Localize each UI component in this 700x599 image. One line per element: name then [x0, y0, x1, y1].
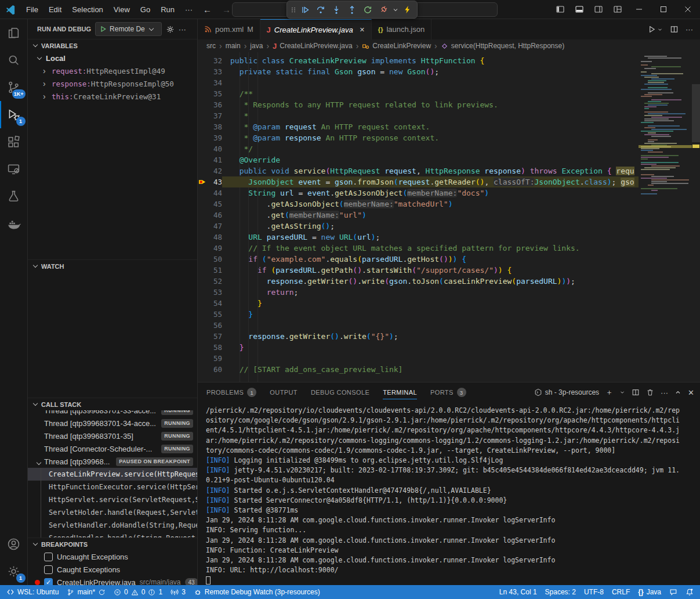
code-line[interactable]: 43 JsonObject event = gson.fromJson(requ…: [198, 176, 639, 187]
panel-tab-debug-console[interactable]: DEBUG CONSOLE: [311, 383, 369, 402]
restart-button[interactable]: [360, 2, 375, 17]
source-control-icon[interactable]: 1K+: [0, 74, 28, 101]
minimap[interactable]: [639, 52, 692, 382]
code-line[interactable]: 46 .get(memberName:"url"): [198, 210, 639, 221]
thread-row[interactable]: Thread [qtp399683701-33-acce...RUNNING: [28, 410, 197, 417]
terminal-dropdown-icon[interactable]: [619, 389, 625, 395]
tab-launch.json[interactable]: {}launch.json: [372, 19, 431, 39]
code-line[interactable]: 36 * Responds to any HTTP request relate…: [198, 99, 639, 110]
continue-button[interactable]: [298, 2, 313, 17]
debug-session-status[interactable]: Remote Debug Watch (3p-resources): [190, 585, 324, 599]
panel-more-actions[interactable]: ···: [661, 388, 668, 397]
remote-indicator[interactable]: WSL: Ubuntu: [2, 585, 63, 599]
code-line[interactable]: 51 if (parsedURL.getPath().startsWith("/…: [198, 265, 639, 276]
language-mode[interactable]: {}Java: [634, 585, 665, 599]
code-line[interactable]: 49 // If the event object URL matches a …: [198, 243, 639, 254]
code-line[interactable]: 40 */: [198, 143, 639, 154]
thread-row[interactable]: Thread [qtp39968...PAUSED ON BREAKPOINT: [28, 455, 197, 468]
code-line[interactable]: 45 .getAsJsonObject(memberName:"matchedU…: [198, 199, 639, 210]
scrollbar-slider[interactable]: [692, 84, 700, 142]
panel-tab-output[interactable]: OUTPUT: [270, 383, 298, 402]
terminal-output[interactable]: /pierrick/.m2/repository/io/cloudevents/…: [206, 406, 695, 585]
editor-scrollbar[interactable]: [692, 52, 700, 382]
code-line[interactable]: 42 public void service(HttpRequest reque…: [198, 165, 639, 176]
code-line[interactable]: 59: [198, 353, 639, 364]
code-line[interactable]: 48 URL parsedURL = new URL(url);: [198, 232, 639, 243]
code-line[interactable]: 60 // [START add_ons_case_preview_link]: [198, 364, 639, 375]
breadcrumb-item[interactable]: CreateLinkPreview.java: [280, 42, 352, 50]
split-terminal-icon[interactable]: [632, 388, 640, 396]
close-window-button[interactable]: [676, 0, 700, 19]
variables-header[interactable]: VARIABLES: [28, 39, 197, 52]
chevron-down-icon[interactable]: [391, 2, 399, 17]
code-line[interactable]: 54 }: [198, 298, 639, 309]
close-icon[interactable]: ✕: [360, 26, 365, 34]
breadcrumb-item[interactable]: service(HttpRequest, HttpResponse): [451, 42, 564, 50]
terminal-instance-select[interactable]: sh - 3p-resources: [534, 388, 599, 396]
extensions-icon[interactable]: [0, 128, 28, 156]
stack-frame[interactable]: HttpFunctionExecutor.service(HttpSer: [28, 481, 197, 493]
indentation[interactable]: Spaces: 2: [541, 585, 580, 599]
explorer-icon[interactable]: [0, 19, 28, 46]
breadcrumb-item[interactable]: src: [206, 42, 216, 50]
variable-row[interactable]: ›this: CreateLinkPreview@31: [28, 90, 197, 103]
code-line[interactable]: 44 String url = event.getAsJsonObject(me…: [198, 187, 639, 199]
docker-icon[interactable]: [0, 210, 28, 237]
nav-back-icon[interactable]: ←: [198, 5, 217, 15]
code-line[interactable]: 39 * @param response An HTTP response co…: [198, 132, 639, 143]
breakpoint-checkbox[interactable]: [44, 553, 53, 561]
disconnect-button[interactable]: [376, 2, 391, 17]
code-line[interactable]: 52 response.getWriter().write(gson.toJso…: [198, 276, 639, 287]
code-line[interactable]: 38 * @param request An HTTP request cont…: [198, 121, 639, 132]
breadcrumb-item[interactable]: CreateLinkPreview: [372, 42, 431, 50]
menu-item-more[interactable]: ···: [180, 0, 198, 19]
settings-gear-icon[interactable]: 1: [0, 558, 28, 585]
search-icon[interactable]: [0, 46, 28, 74]
breakpoint-checkbox[interactable]: [44, 565, 53, 574]
code-line[interactable]: 56: [198, 320, 639, 331]
menu-item-edit[interactable]: Edit: [43, 0, 67, 19]
hot-code-replace-button[interactable]: [400, 2, 415, 17]
scope-local[interactable]: Local: [28, 52, 197, 64]
stack-frame[interactable]: HttpServlet.service(ServletRequest,S: [28, 493, 197, 506]
eol-sequence[interactable]: CRLF: [608, 585, 634, 599]
call-stack-header[interactable]: CALL STACK: [28, 398, 197, 410]
toggle-panel-icon[interactable]: [570, 0, 589, 19]
breadcrumb-item[interactable]: java: [250, 42, 263, 50]
sidebar-more-actions[interactable]: ···: [179, 25, 186, 34]
code-line[interactable]: 34: [198, 77, 639, 88]
drag-handle-icon[interactable]: [289, 2, 297, 17]
split-editor-icon[interactable]: [670, 25, 679, 34]
panel-tab-problems[interactable]: PROBLEMS1: [206, 383, 256, 402]
breadcrumb-item[interactable]: main: [226, 42, 241, 50]
menu-item-view[interactable]: View: [108, 0, 135, 19]
tab-CreateLinkPreview.java[interactable]: JCreateLinkPreview.java✕: [260, 19, 372, 39]
variable-row[interactable]: ›request: HttpRequestImpl@49: [28, 64, 197, 77]
code-line[interactable]: 47 .getAsString();: [198, 221, 639, 232]
run-java-button[interactable]: [647, 25, 663, 34]
git-branch-status[interactable]: main*: [63, 585, 110, 599]
stack-frame[interactable]: ScopedHandler.handle(String,Request,: [28, 532, 197, 537]
breakpoint-row[interactable]: Caught Exceptions: [28, 563, 197, 576]
stack-frame[interactable]: ServletHolder.handle(Request,Servlet: [28, 506, 197, 519]
code-line[interactable]: 53 return;: [198, 287, 639, 298]
notifications-bell-icon[interactable]: [681, 585, 698, 599]
breakpoint-row[interactable]: ✓CreateLinkPreview.javasrc/main/java43: [28, 576, 197, 585]
breakpoint-row[interactable]: Uncaught Exceptions: [28, 550, 197, 563]
menu-item-file[interactable]: File: [21, 0, 43, 19]
problems-status[interactable]: 0 0 1: [110, 585, 166, 599]
menu-item-go[interactable]: Go: [135, 0, 155, 19]
stack-frame[interactable]: CreateLinkPreview.service(HttpReques: [28, 468, 197, 481]
accounts-icon[interactable]: [0, 531, 28, 558]
step-over-button[interactable]: [313, 2, 328, 17]
step-out-button[interactable]: [344, 2, 360, 17]
code-line[interactable]: 50 if ("example.com".equals(parsedURL.ge…: [198, 254, 639, 265]
stack-frame[interactable]: ServletHandler.doHandle(String,Reque: [28, 519, 197, 532]
thread-row[interactable]: Thread [qtp399683701-34-acce...RUNNING: [28, 417, 197, 430]
toggle-secondary-sidebar-icon[interactable]: [589, 0, 608, 19]
code-line[interactable]: 58 }: [198, 342, 639, 353]
new-terminal-button[interactable]: ＋: [605, 387, 613, 398]
forwarded-ports-status[interactable]: 3: [166, 585, 190, 599]
variable-row[interactable]: ›response: HttpResponseImpl@50: [28, 77, 197, 90]
maximize-button[interactable]: [651, 0, 676, 19]
